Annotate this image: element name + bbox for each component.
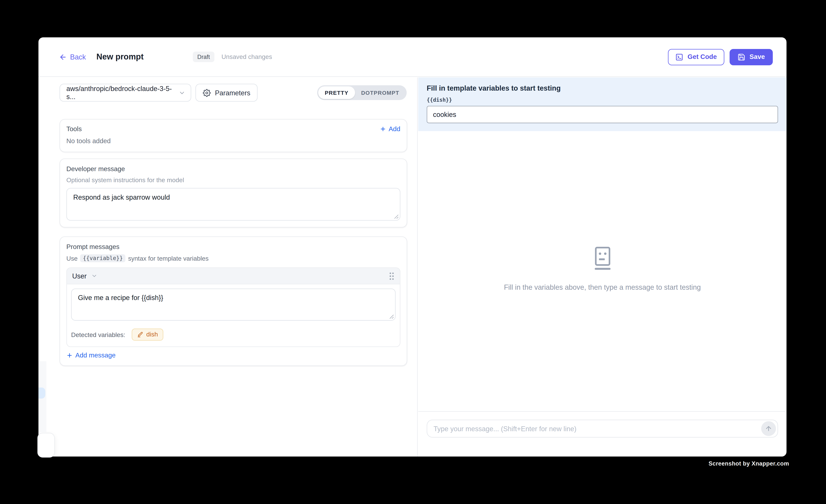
- chat-message-input[interactable]: [427, 420, 778, 437]
- get-code-button[interactable]: Get Code: [668, 49, 724, 65]
- toggle-option-dotprompt[interactable]: DOTPROMPT: [355, 86, 406, 99]
- template-variables-panel: Fill in template variables to start test…: [418, 77, 786, 131]
- user-message-textarea[interactable]: Give me a recipe for {{dish}}: [71, 289, 396, 321]
- message-role-selector[interactable]: User: [67, 268, 400, 284]
- add-message-label: Add message: [75, 352, 115, 359]
- chat-input-bar: [418, 411, 786, 456]
- variable-badge-dish[interactable]: dish: [132, 328, 163, 341]
- pencil-icon: [137, 331, 143, 337]
- back-label: Back: [70, 53, 86, 61]
- tools-title: Tools: [66, 125, 82, 133]
- template-syntax-hint: Use {{variable}} syntax for template var…: [66, 254, 400, 262]
- watermark-text: Screenshot by Xnapper.com: [708, 460, 789, 467]
- hint-suffix: syntax for template variables: [128, 255, 209, 262]
- corner-popover-fragment: [37, 433, 55, 458]
- message-role-value: User: [72, 272, 86, 280]
- resize-handle-icon[interactable]: [394, 214, 399, 219]
- save-icon: [738, 53, 745, 61]
- message-body: Give me a recipe for {{dish}}: [67, 284, 400, 325]
- view-mode-toggle: PRETTY DOTPROMPT: [317, 85, 407, 100]
- add-tool-label: Add: [389, 125, 400, 133]
- unsaved-changes-text: Unsaved changes: [222, 53, 272, 60]
- parameters-button[interactable]: Parameters: [195, 84, 258, 102]
- developer-message-textarea[interactable]: Respond as jack sparrow would: [66, 188, 400, 220]
- arrow-left-icon: [59, 53, 67, 61]
- add-tool-button[interactable]: Add: [379, 125, 400, 133]
- variables-panel-title: Fill in template variables to start test…: [427, 84, 778, 92]
- editor-cards: Tools Add No tools added Developer messa…: [60, 119, 407, 366]
- get-code-label: Get Code: [688, 53, 717, 60]
- prompt-editor-pane: aws/anthropic/bedrock-claude-3-5-s... Pa…: [39, 77, 418, 456]
- chat-empty-text: Fill in the variables above, then type a…: [418, 284, 786, 291]
- variable-syntax-chip: {{variable}}: [80, 254, 125, 262]
- save-label: Save: [750, 53, 765, 60]
- prompt-messages-card: Prompt messages Use {{variable}} syntax …: [60, 237, 407, 366]
- plus-icon: [379, 126, 386, 132]
- variable-name-label: {{dish}}: [427, 97, 778, 103]
- prompt-tester-pane: Fill in template variables to start test…: [418, 77, 786, 456]
- gear-icon: [203, 89, 211, 97]
- save-button[interactable]: Save: [729, 49, 773, 65]
- developer-message-card: Developer message Optional system instru…: [60, 159, 407, 228]
- sidebar-active-item-fragment[interactable]: [39, 387, 45, 398]
- back-button[interactable]: Back: [59, 53, 86, 61]
- terminal-icon: [675, 53, 683, 61]
- detected-variables-label: Detected variables:: [71, 331, 125, 338]
- drag-handle-icon[interactable]: [389, 271, 395, 280]
- resize-handle-icon[interactable]: [389, 314, 394, 319]
- app-header: Back New prompt Draft Unsaved changes Ge…: [39, 37, 786, 77]
- status-badge: Draft: [193, 52, 215, 62]
- chat-empty-state: Fill in the variables above, then type a…: [418, 247, 786, 292]
- model-selector[interactable]: aws/anthropic/bedrock-claude-3-5-s...: [60, 84, 191, 102]
- app-window: Back New prompt Draft Unsaved changes Ge…: [39, 37, 786, 456]
- chevron-down-icon: [179, 89, 185, 96]
- chat-area: Fill in the variables above, then type a…: [418, 131, 786, 411]
- robot-face-icon: [418, 247, 786, 271]
- page-title: New prompt: [97, 52, 143, 62]
- plus-icon: [66, 352, 73, 359]
- message-block: User Give me a recipe for {{dish}}: [66, 267, 400, 347]
- arrow-up-icon: [765, 425, 772, 432]
- developer-message-subtitle: Optional system instructions for the mod…: [66, 176, 400, 184]
- parameters-label: Parameters: [215, 89, 250, 97]
- tools-empty-text: No tools added: [66, 137, 400, 145]
- screenshot-stage: Back New prompt Draft Unsaved changes Ge…: [0, 0, 826, 504]
- developer-message-title: Developer message: [66, 165, 400, 173]
- model-toolbar: aws/anthropic/bedrock-claude-3-5-s... Pa…: [60, 84, 407, 102]
- model-selector-value: aws/anthropic/bedrock-claude-3-5-s...: [66, 85, 179, 101]
- hint-prefix: Use: [66, 255, 78, 262]
- chevron-down-icon: [92, 273, 98, 279]
- detected-variables-row: Detected variables: dish: [67, 325, 400, 346]
- add-message-button[interactable]: Add message: [66, 352, 400, 359]
- tools-card: Tools Add No tools added: [60, 119, 407, 152]
- prompt-messages-title: Prompt messages: [66, 243, 400, 251]
- variable-value-input[interactable]: [427, 106, 778, 123]
- variable-badge-label: dish: [146, 331, 158, 338]
- send-message-button[interactable]: [761, 421, 776, 436]
- toggle-option-pretty[interactable]: PRETTY: [318, 86, 355, 99]
